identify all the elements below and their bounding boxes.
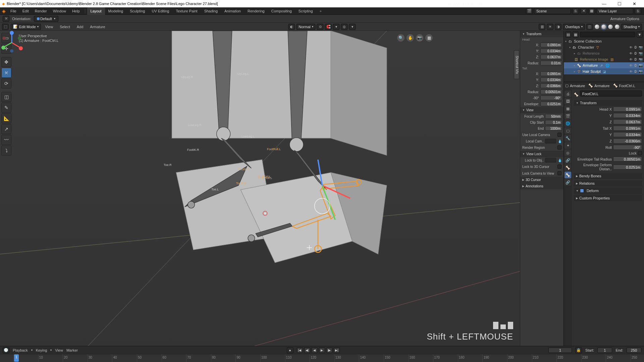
- nav-zoom-icon[interactable]: 🔍: [397, 34, 405, 42]
- eyedropper-icon[interactable]: 💧: [557, 159, 562, 162]
- tl-playback[interactable]: Playback: [13, 348, 28, 352]
- orientation-dropdown[interactable]: Default▾: [34, 16, 58, 22]
- tool-rotate[interactable]: ⟳: [1, 78, 11, 88]
- scene-del-icon[interactable]: ✕: [580, 8, 587, 14]
- nav-pan-icon[interactable]: ✋: [407, 34, 414, 42]
- prop-relations-header[interactable]: Relations: [574, 180, 642, 186]
- npanel-transform-header[interactable]: Transform: [520, 31, 564, 37]
- workspace-tab-shading[interactable]: Shading: [201, 7, 221, 15]
- prop-transform-header[interactable]: Transform: [574, 100, 642, 106]
- npanel-view-header[interactable]: View: [520, 107, 564, 113]
- shading-dropdown[interactable]: Shading ▾: [621, 24, 642, 30]
- head-z[interactable]: 0.0637m: [540, 55, 562, 59]
- orientation-mini-icon[interactable]: ◐: [288, 24, 295, 30]
- prop-bendy-header[interactable]: Bendy Bones: [574, 173, 642, 179]
- play-icon[interactable]: ▶: [319, 348, 325, 353]
- autokey-icon[interactable]: ●: [287, 347, 293, 353]
- lock-cursor-check[interactable]: [557, 165, 561, 169]
- workspace-tab-compositing[interactable]: Compositing: [268, 7, 295, 15]
- blender-logo-icon[interactable]: ◈: [0, 7, 7, 15]
- keyframe-next-icon[interactable]: |▶: [326, 348, 332, 353]
- scene-icon[interactable]: 🎬: [526, 8, 533, 14]
- bone-name-field[interactable]: FootCtrl.L: [580, 90, 642, 97]
- tool-annotate[interactable]: ✎: [1, 103, 11, 113]
- envelope-val[interactable]: 0.0251m: [540, 102, 562, 106]
- restrict-icon[interactable]: ⮊: [634, 46, 637, 49]
- outliner-item-hair-sculpt[interactable]: ▸▽Hair Sculpt ◪👁⮊📷: [564, 68, 644, 74]
- outliner-filter-icon[interactable]: ▼: [637, 32, 643, 38]
- armature-options-link[interactable]: Armature Options: [610, 17, 639, 21]
- eye-icon[interactable]: 👁: [629, 46, 633, 49]
- ptab-boneconstraint[interactable]: 🔗: [565, 179, 571, 186]
- crumb-armature-obj[interactable]: ▢ Armature: [565, 83, 585, 88]
- prop-headx[interactable]: 0.0991m: [613, 107, 642, 112]
- pivot-icon[interactable]: ⊙: [317, 24, 324, 30]
- head-y[interactable]: 0.0334m: [540, 49, 562, 53]
- ptab-scene[interactable]: 🎬: [565, 113, 571, 119]
- transform-orientation-dropdown[interactable]: Normal ▾: [296, 24, 315, 30]
- scene-new-icon[interactable]: ⎘: [572, 8, 579, 14]
- outliner-item-character[interactable]: ▾🗀Character ▽👁⮊📷: [564, 44, 644, 50]
- tool-measure[interactable]: 📐: [1, 113, 11, 123]
- restrict-icon[interactable]: ⮊: [634, 52, 637, 55]
- play-rev-icon[interactable]: ◀: [312, 348, 318, 353]
- tail-y[interactable]: 0.0334m: [540, 77, 562, 82]
- timeline-ruler[interactable]: 1 01020304050607080901001101201301401501…: [0, 354, 644, 362]
- ptab-modifiers[interactable]: 🔧: [565, 135, 571, 141]
- local-cam-field[interactable]: [545, 139, 556, 143]
- render-icon[interactable]: 📷: [639, 52, 643, 55]
- workspace-tab-layout[interactable]: Layout: [87, 7, 105, 15]
- outliner-item-reference-image[interactable]: 🖼Reference Image ▧👁⮊📷: [564, 56, 644, 62]
- tool-extra1[interactable]: 〰: [1, 135, 11, 145]
- mode-dropdown[interactable]: 📝 Edit Mode ▾: [11, 24, 41, 30]
- render-icon[interactable]: 📷: [639, 46, 643, 49]
- prop-tailx[interactable]: 0.0991m: [613, 126, 642, 131]
- menu-file[interactable]: File: [7, 7, 19, 15]
- viewlayer-icon[interactable]: ▦: [588, 8, 595, 14]
- tool-extrude[interactable]: ↗: [1, 124, 11, 134]
- tool-scale[interactable]: ◫: [1, 92, 11, 102]
- ptab-particles[interactable]: ✦: [565, 142, 571, 149]
- head-radius[interactable]: 0.01m: [540, 61, 562, 65]
- menu-edit[interactable]: Edit: [19, 7, 32, 15]
- jump-end-icon[interactable]: ▶|: [334, 348, 340, 353]
- ptab-viewlayer[interactable]: ▦: [565, 105, 571, 112]
- prop-custom-header[interactable]: Custom Properties: [574, 195, 642, 201]
- tool-transform[interactable]: ⤧: [1, 68, 11, 78]
- tl-view[interactable]: View: [55, 348, 63, 352]
- tail-x[interactable]: 0.0991m: [540, 71, 562, 76]
- clipstart-val[interactable]: 0.1m: [545, 120, 562, 125]
- viewlayer-new-icon[interactable]: ⎘: [635, 8, 641, 14]
- lock-obj-field[interactable]: [545, 158, 556, 163]
- jump-start-icon[interactable]: |◀: [297, 348, 303, 353]
- current-frame[interactable]: 1: [548, 348, 572, 353]
- viewlayer-dropdown[interactable]: View Layer: [596, 8, 633, 14]
- prop-heady[interactable]: 0.0334m: [613, 113, 642, 118]
- ptab-armature[interactable]: 🦴: [565, 164, 571, 171]
- render-icon[interactable]: 📷: [639, 64, 643, 67]
- render-icon[interactable]: 📷: [639, 70, 643, 73]
- outliner-item-armature[interactable]: ▸🦴Armature ⇗🌐👁⮊📷: [564, 62, 644, 68]
- prop-roll[interactable]: -90°: [613, 145, 642, 150]
- xray-icon[interactable]: ◫: [586, 24, 593, 30]
- outliner-type-icon[interactable]: ▤: [565, 32, 571, 38]
- workspace-tab-modeling[interactable]: Modeling: [105, 7, 127, 15]
- eye-icon[interactable]: 👁: [629, 58, 633, 61]
- ptab-object[interactable]: ▢: [565, 127, 571, 134]
- scene-dropdown[interactable]: Scene: [534, 8, 571, 14]
- render-icon[interactable]: 📷: [639, 58, 643, 61]
- crumb-bone[interactable]: 🦴 FootCtrl.L: [613, 83, 635, 88]
- prop-envdef[interactable]: 0.0251m: [613, 165, 642, 170]
- editor-type-icon[interactable]: ⬚: [2, 24, 9, 30]
- timeline-type-icon[interactable]: 🕑: [3, 347, 9, 353]
- ptab-world[interactable]: 🌐: [565, 120, 571, 127]
- max-button[interactable]: ☐: [612, 0, 627, 7]
- tool-settings-icon[interactable]: ⤱: [3, 16, 9, 22]
- vp-menu-armature[interactable]: Armature: [88, 25, 107, 29]
- head-x[interactable]: 0.0991m: [540, 43, 562, 47]
- npanel-annotations-header[interactable]: Annotations: [520, 183, 564, 189]
- start-frame[interactable]: 1: [597, 348, 612, 353]
- tl-keying[interactable]: Keying: [36, 348, 47, 352]
- focal-val[interactable]: 50mm: [545, 114, 562, 119]
- render-region-check[interactable]: [557, 145, 561, 149]
